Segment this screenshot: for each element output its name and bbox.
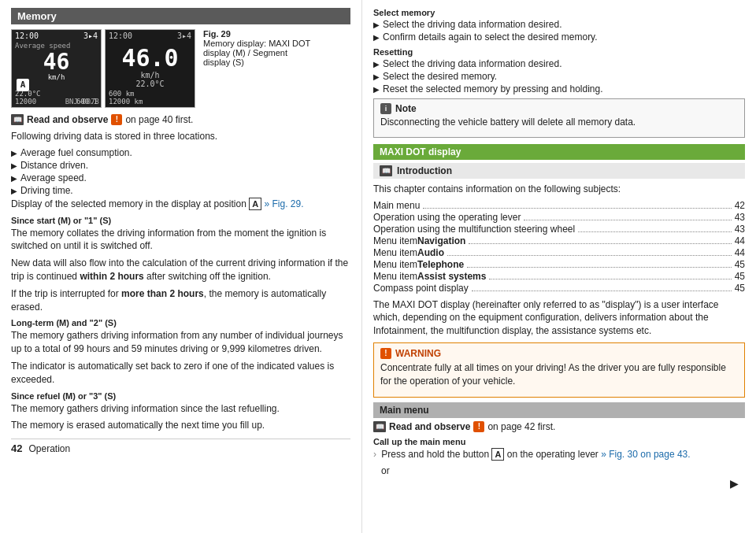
display-images: 12:00 3▸4 Average speed 46 km/h A 22.0°C… xyxy=(11,29,195,108)
since-start-head: Since start (M) or "1" (S) xyxy=(11,216,350,225)
toc-row-2: Operation using the multifunction steeri… xyxy=(373,224,745,235)
page-footer-left: 42 Operation xyxy=(11,439,350,454)
select-bullet-1: ▶ Select the driving data information de… xyxy=(373,19,745,30)
toc-row-4: Menu itemAudio 44 xyxy=(373,247,745,258)
since-refuel-head: Since refuel (M) or "3" (S) xyxy=(11,391,350,401)
a-box-ref: A xyxy=(249,198,261,210)
since-refuel-body: The memory gathers driving information s… xyxy=(11,402,350,416)
next-page-arrow-area: ▶ xyxy=(373,482,745,498)
maxi-dot-section-header: MAXI DOT display xyxy=(373,144,745,160)
fig30-ref[interactable]: » Fig. 30 on page 43. xyxy=(601,449,690,460)
call-up-head: Call up the main menu xyxy=(373,437,745,446)
warn-icon-left: ! xyxy=(111,114,122,125)
long-term-body: The memory gathers driving information f… xyxy=(11,329,350,356)
book-icon: 📖 xyxy=(11,114,24,125)
fig-caption: Fig. 29 Memory display: MAXI DOT display… xyxy=(203,29,313,67)
intro-para: Following driving data is stored in thre… xyxy=(11,130,350,143)
reset-bullet-2: ▶ Select the desired memory. xyxy=(373,71,745,82)
or-text: or xyxy=(381,465,745,478)
a-box-main-menu: A xyxy=(491,448,504,461)
bullet-avg-speed: ▶ Average speed. xyxy=(11,172,350,183)
press-hold-icon: › xyxy=(373,449,376,460)
maxi-dot-display: 12:00 3▸4 Average speed 46 km/h A 22.0°C… xyxy=(11,29,102,108)
warning-header: ! WARNING xyxy=(380,348,738,359)
read-observe-row: 📖 Read and observe ! on page 40 first. xyxy=(11,114,350,125)
book-icon-main-menu: 📖 xyxy=(373,421,386,432)
bullet-avg-fuel: ▶ Average fuel consumption. xyxy=(11,147,350,158)
if-trip-body: If the trip is interrupted for more than… xyxy=(11,287,350,314)
maxi-dot-desc: The MAXI DOT display (hereinafter only r… xyxy=(373,298,745,338)
figure-area: 12:00 3▸4 Average speed 46 km/h A 22.0°C… xyxy=(11,29,350,108)
select-memory-head: Select memory xyxy=(373,8,745,17)
bullet-driving-time: ▶ Driving time. xyxy=(11,185,350,196)
warn-icon-right: ! xyxy=(380,348,391,359)
read-observe-row-2: 📖 Read and observe ! on page 42 first. xyxy=(373,421,745,432)
warning-body: Concentrate fully at all times on your d… xyxy=(380,361,738,388)
main-menu-section-header: Main menu xyxy=(373,402,745,418)
section-header-memory: Memory xyxy=(11,8,350,24)
reset-bullet-3: ▶ Reset the selected memory by pressing … xyxy=(373,83,745,94)
long-term-head: Long-term (M) and "2" (S) xyxy=(11,318,350,328)
display-text: Display of the selected memory in the di… xyxy=(11,198,350,211)
select-bullet-2: ▶ Confirm details again to select the de… xyxy=(373,31,745,43)
left-column: Memory 12:00 3▸4 Average speed 46 km/h A… xyxy=(0,0,362,533)
toc-row-1: Operation using the operating lever 43 xyxy=(373,212,745,223)
warning-box: ! WARNING Concentrate fully at all times… xyxy=(373,342,745,398)
toc-row-0: Main menu 42 xyxy=(373,200,745,211)
bullet-list: ▶ Average fuel consumption. ▶ Distance d… xyxy=(11,147,350,196)
bullet-distance: ▶ Distance driven. xyxy=(11,160,350,171)
toc-list: Main menu 42 Operation using the operati… xyxy=(373,200,745,294)
warn-icon-main-menu: ! xyxy=(473,421,484,432)
next-page-arrow[interactable]: ▶ xyxy=(730,477,739,490)
book-icon-right: 📖 xyxy=(380,165,392,176)
reset-bullet-1: ▶ Select the driving data information de… xyxy=(373,58,745,69)
press-hold-text: › Press and hold the button A on the ope… xyxy=(373,448,745,461)
intro-para-right: This chapter contains information on the… xyxy=(373,183,745,196)
resetting-head: Resetting xyxy=(373,47,745,57)
since-start-body: The memory collates the driving informat… xyxy=(11,227,350,254)
toc-row-7: Compass point display 45 xyxy=(373,283,745,294)
erased-body: The memory is erased automatically the n… xyxy=(11,419,350,432)
note-body: Disconnecting the vehicle battery will d… xyxy=(380,116,738,129)
indicator-body: The indicator is automatically set back … xyxy=(11,360,350,387)
fig29-ref[interactable]: » Fig. 29. xyxy=(264,198,303,209)
note-box: i Note Disconnecting the vehicle battery… xyxy=(373,98,745,138)
note-icon: i xyxy=(380,103,391,114)
right-column: Select memory ▶ Select the driving data … xyxy=(362,0,756,533)
toc-row-5: Menu itemTelephone 45 xyxy=(373,259,745,270)
intro-subsection-header: 📖 Introduction xyxy=(373,163,745,179)
segment-display: 12:00 3▸4 46.0 km/h 22.0°C 600 km 12000 … xyxy=(105,29,195,108)
toc-row-3: Menu itemNavigation 44 xyxy=(373,235,745,246)
new-data-body: New data will also flow into the calcula… xyxy=(11,257,350,283)
toc-row-6: Menu itemAssist systems 45 xyxy=(373,271,745,282)
